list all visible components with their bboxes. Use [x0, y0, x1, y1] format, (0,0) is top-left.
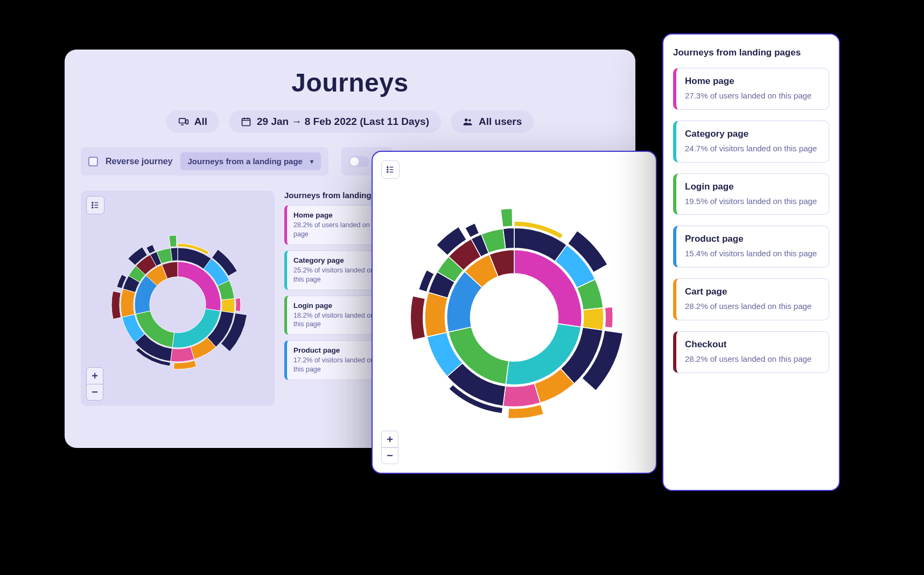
zoom-out-button[interactable]: −: [382, 447, 398, 464]
reverse-journey-checkbox[interactable]: [88, 157, 98, 166]
device-filter-pill[interactable]: All: [166, 110, 219, 133]
svg-point-3: [465, 118, 467, 121]
floating-sunburst-card: + −: [372, 151, 657, 474]
legend-button[interactable]: [86, 196, 104, 214]
svg-rect-1: [186, 120, 188, 124]
users-filter-pill[interactable]: All users: [451, 110, 534, 133]
device-filter-label: All: [194, 116, 207, 128]
zoom-out-button[interactable]: −: [87, 384, 103, 400]
landing-page-card[interactable]: Product page15.4% of visitors landed on …: [673, 226, 829, 268]
landing-page-card-sub: 19.5% of visitors landed on this page: [685, 195, 820, 207]
side-panel-title: Journeys from landing pages: [673, 47, 829, 58]
svg-point-9: [387, 169, 388, 170]
zoom-in-button[interactable]: +: [87, 368, 103, 384]
landing-page-card[interactable]: Category page24.7% of visitors landed on…: [673, 121, 829, 163]
svg-rect-0: [179, 118, 185, 123]
mini-sunburst-chart[interactable]: [97, 224, 258, 385]
mini-sunburst-frame: + −: [81, 191, 275, 406]
landing-page-card[interactable]: Login page19.5% of visitors landed on th…: [673, 173, 829, 215]
toggle-switch[interactable]: [349, 156, 369, 167]
devices-icon: [178, 116, 189, 127]
svg-rect-2: [242, 118, 250, 125]
calendar-icon: [241, 116, 251, 127]
svg-point-7: [92, 207, 93, 208]
landing-page-card-title: Home page: [685, 76, 820, 87]
svg-point-5: [92, 202, 93, 204]
landing-page-card-title: Cart page: [685, 286, 820, 297]
reverse-journey-label: Reverse journey: [106, 157, 173, 166]
list-icon: [90, 200, 100, 210]
chevron-down-icon: ▾: [310, 158, 313, 165]
landing-page-card-title: Checkout: [685, 339, 820, 350]
users-icon: [463, 116, 473, 127]
svg-point-4: [468, 119, 471, 121]
landing-page-card-sub: 27.3% of users landed on this page: [685, 90, 820, 102]
date-range-pill[interactable]: 29 Jan → 8 Feb 2022 (Last 11 Days): [229, 110, 441, 133]
reverse-journey-group: Reverse journey Journeys from a landing …: [81, 147, 328, 176]
zoom-in-button[interactable]: +: [382, 431, 398, 447]
large-sunburst-chart[interactable]: [388, 191, 641, 444]
filter-pill-row: All 29 Jan → 8 Feb 2022 (Last 11 Days) A…: [81, 110, 619, 133]
landing-pages-panel: Journeys from landing pages Home page27.…: [662, 33, 840, 491]
svg-point-10: [387, 172, 388, 173]
landing-page-card-sub: 28.2% of users landed on this page: [685, 300, 820, 312]
zoom-controls: + −: [381, 431, 398, 464]
landing-page-card[interactable]: Checkout28.2% of users landed on this pa…: [673, 331, 829, 373]
landing-page-card-sub: 24.7% of visitors landed on this page: [685, 143, 820, 155]
date-range-label: 29 Jan → 8 Feb 2022 (Last 11 Days): [257, 116, 429, 128]
zoom-controls: + −: [86, 367, 103, 401]
landing-page-card[interactable]: Home page27.3% of users landed on this p…: [673, 68, 829, 110]
journey-type-dropdown[interactable]: Journeys from a landing page ▾: [180, 152, 321, 170]
svg-point-6: [92, 205, 93, 206]
landing-page-card-title: Category page: [685, 129, 820, 139]
users-filter-label: All users: [479, 116, 522, 128]
page-title: Journeys: [81, 68, 619, 97]
landing-page-card-title: Product page: [685, 234, 820, 244]
svg-point-8: [387, 167, 388, 168]
list-icon: [386, 165, 395, 174]
landing-page-card[interactable]: Cart page28.2% of users landed on this p…: [673, 278, 829, 320]
landing-page-card-title: Login page: [685, 181, 820, 192]
landing-page-card-sub: 28.2% of users landed on this page: [685, 353, 820, 365]
legend-button[interactable]: [381, 160, 400, 179]
journey-type-label: Journeys from a landing page: [188, 157, 303, 166]
landing-page-card-sub: 15.4% of visitors landed on this page: [685, 248, 820, 260]
